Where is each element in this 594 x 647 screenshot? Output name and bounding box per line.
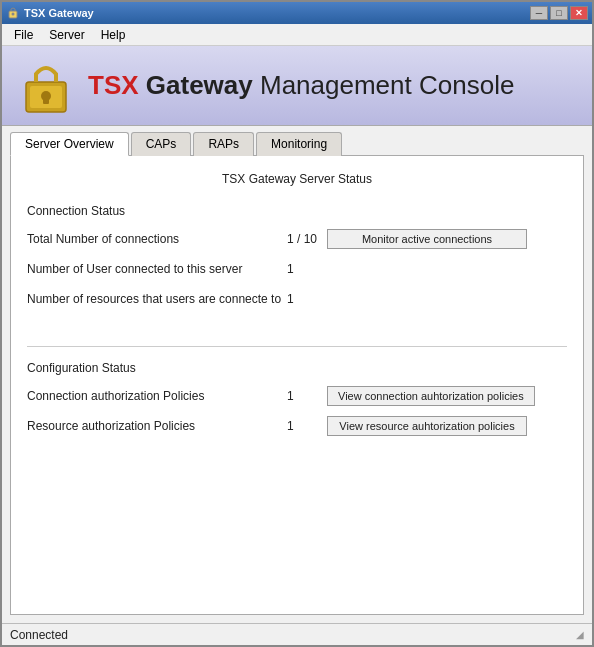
config-section: Configuration Status Connection authoriz… (27, 361, 567, 445)
stat-row-users: Number of User connected to this server … (27, 258, 567, 280)
stat-row-resources: Number of resources that users are conne… (27, 288, 567, 310)
status-bar: Connected ◢ (2, 623, 592, 645)
resize-handle: ◢ (576, 629, 584, 640)
monitor-connections-button[interactable]: Monitor active connections (327, 229, 527, 249)
connection-section: Connection Status Total Number of connec… (27, 204, 567, 318)
tab-raps[interactable]: RAPs (193, 132, 254, 156)
stat-value-total: 1 / 10 (287, 232, 327, 246)
stat-label-rap: Resource authorization Policies (27, 419, 287, 433)
config-section-title: Configuration Status (27, 361, 567, 375)
tab-monitoring[interactable]: Monitoring (256, 132, 342, 156)
stat-label-resources: Number of resources that users are conne… (27, 292, 287, 306)
title-bar: TSX Gateway ─ □ ✕ (2, 2, 592, 24)
main-window: TSX Gateway ─ □ ✕ File Server Help TSX G… (0, 0, 594, 647)
minimize-button[interactable]: ─ (530, 6, 548, 20)
tab-container: Server Overview CAPs RAPs Monitoring TSX… (2, 126, 592, 623)
menu-server[interactable]: Server (41, 26, 92, 44)
window-icon (6, 6, 20, 20)
stat-value-users: 1 (287, 262, 327, 276)
tab-caps[interactable]: CAPs (131, 132, 192, 156)
stat-value-rap: 1 (287, 419, 327, 433)
stat-row-rap: Resource authorization Policies 1 View r… (27, 415, 567, 437)
title-bar-controls: ─ □ ✕ (530, 6, 588, 20)
window-title: TSX Gateway (24, 7, 94, 19)
menu-help[interactable]: Help (93, 26, 134, 44)
close-button[interactable]: ✕ (570, 6, 588, 20)
connection-section-title: Connection Status (27, 204, 567, 218)
stat-row-total-connections: Total Number of connections 1 / 10 Monit… (27, 228, 567, 250)
lock-icon (18, 56, 74, 116)
title-gateway: Gateway (146, 70, 253, 100)
panel-title: TSX Gateway Server Status (27, 172, 567, 186)
app-header: TSX Gateway Management Console (2, 46, 592, 126)
tabs: Server Overview CAPs RAPs Monitoring (10, 132, 584, 156)
svg-point-1 (12, 13, 15, 16)
maximize-button[interactable]: □ (550, 6, 568, 20)
stat-row-cap: Connection authorization Policies 1 View… (27, 385, 567, 407)
tab-content: TSX Gateway Server Status Connection Sta… (10, 155, 584, 615)
menu-bar: File Server Help (2, 24, 592, 46)
tab-server-overview[interactable]: Server Overview (10, 132, 129, 156)
title-rest: Management Console (260, 70, 514, 100)
menu-file[interactable]: File (6, 26, 41, 44)
stat-label-cap: Connection authorization Policies (27, 389, 287, 403)
title-tsx: TSX (88, 70, 139, 100)
view-cap-button[interactable]: View connection auhtorization policies (327, 386, 535, 406)
status-text: Connected (10, 628, 576, 642)
stat-label-users: Number of User connected to this server (27, 262, 287, 276)
stat-value-resources: 1 (287, 292, 327, 306)
view-rap-button[interactable]: View resource auhtorization policies (327, 416, 527, 436)
app-title: TSX Gateway Management Console (88, 70, 514, 101)
stat-label-total: Total Number of connections (27, 232, 287, 246)
svg-rect-5 (43, 98, 49, 104)
section-divider (27, 346, 567, 347)
stat-value-cap: 1 (287, 389, 327, 403)
title-bar-left: TSX Gateway (6, 6, 94, 20)
